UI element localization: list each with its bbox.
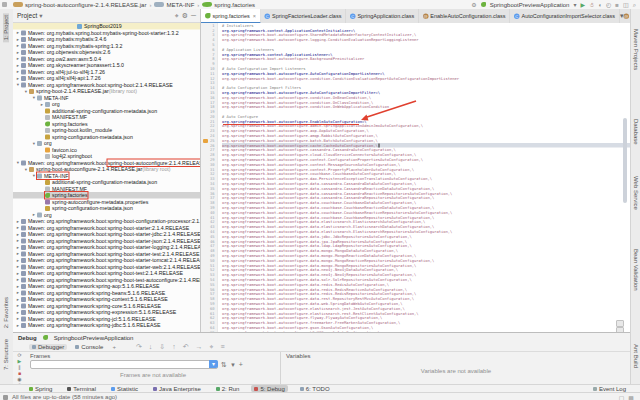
folder-icon	[37, 173, 42, 178]
lib-icon	[21, 271, 26, 276]
right-bar-bean-validation[interactable]: Bean Validation	[633, 249, 639, 291]
breadcrumb-item[interactable]: spring-boot-autoconfigure-2.1.4.RELEASE.…	[13, 2, 146, 8]
editor-tab[interactable]: spring.factories×	[201, 9, 261, 23]
project-panel-title[interactable]: Project	[17, 12, 37, 19]
editor-tab[interactable]: @EnableAutoConfiguration.class	[419, 9, 510, 23]
add-tab-icon[interactable]: +	[112, 344, 116, 350]
todo-icon	[300, 387, 304, 391]
project-tree: SpringBoot2019▸Maven: org.mybatis.spring…	[13, 23, 200, 332]
filter-icon[interactable]: ▼	[230, 362, 236, 368]
search-icon[interactable]: ⌕	[633, 2, 636, 8]
chevron-down-icon[interactable]: ▾	[573, 1, 576, 8]
variables-empty-message: Variables are not available	[282, 368, 630, 374]
bookmark-icon[interactable]	[203, 139, 208, 143]
thread-combo[interactable]: ▾	[30, 360, 218, 369]
variables-pane-title[interactable]: Variables	[282, 352, 315, 360]
editor-scrollbar[interactable]	[623, 118, 627, 203]
force-step-into-icon[interactable]: ⇩	[159, 343, 165, 351]
add-icon[interactable]: +	[239, 361, 243, 368]
gear-icon[interactable]: ⚙	[182, 12, 188, 20]
editor-tab[interactable]: CSpringFactoriesLoader.class	[261, 9, 346, 23]
hide-icon[interactable]: ─	[191, 12, 196, 20]
breadcrumb-label: META-INF	[166, 2, 194, 8]
editor-tab[interactable]: CSpringApplication.class	[346, 9, 419, 23]
terminal-icon	[67, 387, 71, 391]
step-into-icon[interactable]: ↓	[149, 343, 153, 351]
lib-icon	[21, 297, 26, 302]
toolwindow-button-spring[interactable]: Spring	[26, 385, 55, 392]
right-bar-database[interactable]: Database	[633, 119, 639, 145]
editor-tab[interactable]: CAutoConfigurationImportSelector.class	[510, 9, 620, 23]
debug-bug-icon[interactable]: ☃	[589, 1, 594, 8]
debug-panel: Debug SpringbootPreviewApplication Debug…	[13, 332, 630, 384]
lib-icon	[21, 219, 26, 224]
lib-icon	[21, 264, 26, 269]
tab-overflow-icon[interactable]: ▾	[620, 12, 624, 20]
locate-icon[interactable]: ⌖	[175, 12, 179, 20]
step-over-icon[interactable]: ↷	[136, 343, 142, 351]
frames-pane-title[interactable]: Frames	[26, 352, 54, 360]
tree-label: spring-configuration-metadata.json	[45, 134, 133, 141]
right-toolwindow-bar: Maven ProjectsDatabaseWeb ServiceBean Va…	[630, 9, 640, 384]
status-message: All files are up-to-date (58 minutes ago…	[8, 394, 117, 400]
editor-float-button[interactable]	[616, 320, 624, 327]
lib-icon	[21, 50, 26, 55]
debug-tab-console[interactable]: Console	[72, 344, 106, 350]
debug-control-strip: ⟳▶∥■◉⊘	[13, 352, 26, 386]
debug-session-tab[interactable]: SpringbootPreviewApplication	[54, 335, 134, 341]
tool-windows-icon[interactable]: ◫	[623, 2, 629, 8]
class-icon: C	[265, 13, 271, 19]
lock-icon[interactable]: ▢	[619, 394, 625, 400]
lib-icon	[21, 284, 26, 289]
editor-tab-label: SpringFactoriesLoader.class	[272, 13, 341, 19]
profiler-icon[interactable]: ◴	[606, 2, 611, 8]
toolwindow-button-debug[interactable]: 5: Debug	[251, 385, 287, 392]
spring-file-icon	[205, 13, 211, 19]
sidebar-item-structure[interactable]: 7: Structure	[3, 339, 9, 370]
jar-icon	[29, 167, 34, 172]
toolwindow-button-statistic[interactable]: Statistic	[108, 385, 141, 392]
evaluate-icon[interactable]: ⌖	[210, 343, 214, 351]
run-to-cursor-icon[interactable]: →	[196, 343, 203, 351]
debug-step-toolbar: ↷↓⇩↑↶→⌖≡	[136, 343, 225, 351]
annotation-icon: @	[624, 13, 630, 19]
chevron-down-icon[interactable]: ▾	[39, 12, 42, 20]
settings-icon[interactable]: ≡	[220, 343, 224, 351]
statistic-icon	[111, 387, 115, 391]
combo-dropdown-icon[interactable]: ▾	[209, 360, 218, 368]
sort-icon[interactable]: ⇅	[221, 361, 227, 369]
sidebar-item-project[interactable]: 1: Project	[3, 13, 9, 42]
coverage-icon[interactable]: ◐	[598, 2, 602, 8]
breadcrumb-item[interactable]: META-INF	[154, 2, 194, 8]
project-panel-header: Project ▾ ⌖ ⚙ ─	[13, 9, 200, 23]
file-icon	[45, 186, 50, 191]
variables-pane: Variables Variables are not available	[282, 352, 630, 385]
img-icon	[45, 147, 50, 152]
stop-icon[interactable]: ■	[615, 2, 619, 8]
wrench-icon[interactable]: ⚙	[471, 2, 476, 8]
event-log-button[interactable]: Event Log	[593, 386, 640, 392]
run-configuration-select[interactable]: SpringbootPreviewApplication	[490, 2, 570, 8]
toolwindow-button-run[interactable]: 2: Run	[213, 385, 243, 392]
lib-icon	[21, 37, 26, 42]
breadcrumb-item[interactable]: spring.factories	[202, 2, 255, 8]
status-bar: All files are up-to-date (58 minutes ago…	[0, 392, 640, 400]
right-bar-web-service[interactable]: Web Service	[633, 176, 639, 210]
leaf-icon	[45, 193, 50, 198]
toolwindow-button-terminal[interactable]: Terminal	[64, 385, 99, 392]
right-bar-ant-build[interactable]: Ant Build	[633, 344, 639, 368]
lib-icon	[21, 56, 26, 61]
step-out-icon[interactable]: ↑	[172, 343, 176, 351]
editor[interactable]: 1234567891011121314151617181920212223242…	[201, 23, 630, 332]
json-icon	[45, 108, 50, 113]
lib-icon	[21, 303, 26, 308]
run-icon[interactable]: ▶	[580, 1, 585, 8]
toolwindow-button-javaee[interactable]: Java Enterprise	[150, 385, 204, 392]
right-bar-maven-projects[interactable]: Maven Projects	[633, 29, 639, 70]
tree-row[interactable]: ▸Maven: org.springframework:spring-jdbc:…	[13, 322, 200, 329]
debug-tab-debugger[interactable]: Debugger	[29, 344, 67, 350]
drop-frame-icon[interactable]: ↶	[183, 343, 189, 351]
close-icon[interactable]: ×	[253, 13, 256, 19]
sidebar-item-favorites[interactable]: 2: Favorites	[3, 297, 9, 328]
toolwindow-button-todo[interactable]: 6: TODO	[297, 385, 333, 392]
